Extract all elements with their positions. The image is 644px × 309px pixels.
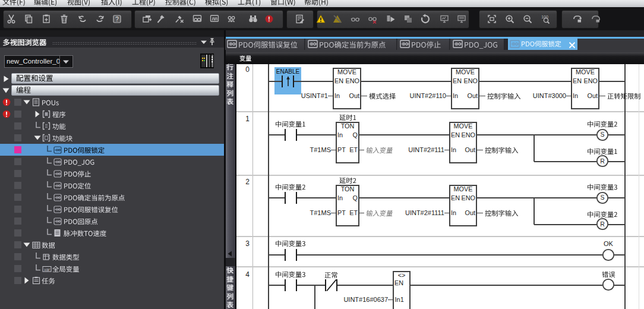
svg-text:var: var <box>44 267 50 272</box>
svg-text:!: ! <box>268 16 270 23</box>
svg-text:?: ? <box>115 16 119 23</box>
